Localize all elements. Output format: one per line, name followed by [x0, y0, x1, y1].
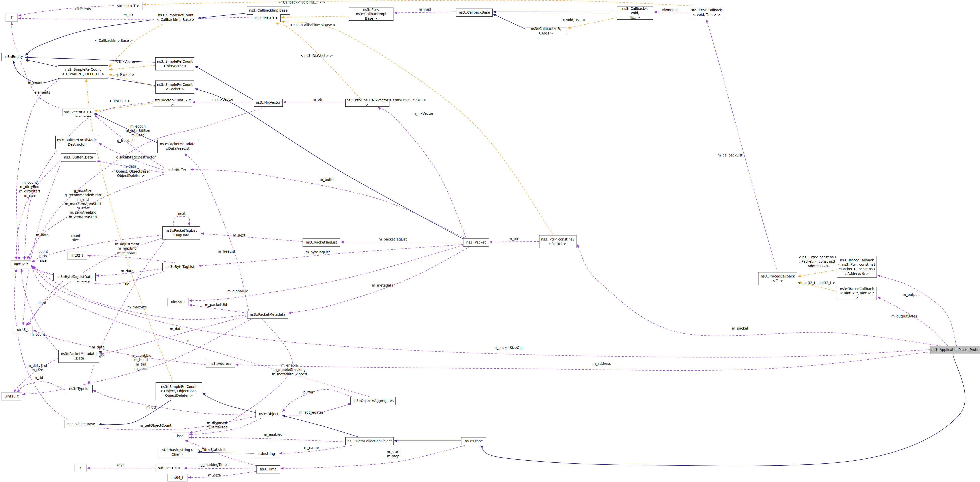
- class-node-empty[interactable]: ns3::Empty: [1, 53, 25, 61]
- class-node-ptl_td[interactable]: ns3::PacketTagList ::TagData: [162, 227, 200, 239]
- edge-pkt-to-src_pkt: [195, 89, 463, 239]
- edge-pkt-to-pm: [288, 247, 470, 313]
- edge-label-pkt-pm: m_metadata: [372, 283, 393, 287]
- class-node-btl[interactable]: ns3::ByteTagList: [162, 263, 198, 271]
- class-node-nix[interactable]: ns3::NixVector: [254, 98, 283, 107]
- class-node-ptr_t[interactable]: ns3::Ptr< T >: [253, 14, 281, 22]
- edge-pkt-to-ptr_nix: [378, 107, 466, 238]
- class-node-list_t[interactable]: std::list< T >: [114, 2, 143, 10]
- class-node-vec_u32[interactable]: std::vector< uint32_t >: [153, 98, 192, 107]
- class-node-pm[interactable]: ns3::PacketMetadata: [247, 311, 288, 319]
- class-node-src_nix[interactable]: ns3::SimpleRefCount < NixVector >: [155, 57, 194, 70]
- class-node-time[interactable]: ns3::Time: [256, 465, 280, 473]
- class-node-addr[interactable]: ns3::Address: [206, 360, 235, 368]
- class-node-pkt[interactable]: ns3::Packet: [463, 238, 489, 247]
- edge-src_tpd-to-u32: [16, 78, 60, 260]
- class-node-app[interactable]: ns3::ApplicationPacketProbe: [930, 346, 980, 354]
- edge-label-obj-typeid: m_tid: [146, 405, 156, 409]
- edge-ptr_cpkt-to-pkt: [489, 241, 539, 242]
- class-node-booln[interactable]: bool: [173, 432, 189, 440]
- edge-label-agg-u32: n: [187, 339, 189, 343]
- class-node-cib[interactable]: ns3::CallbackImplBase: [247, 6, 290, 14]
- class-node-sstr[interactable]: std::string: [254, 450, 279, 458]
- edge-dco-to-booln: [189, 438, 345, 442]
- edge-cb_void-to-cb_base: [493, 12, 617, 12]
- class-node-t[interactable]: T: [6, 14, 18, 22]
- edge-label-ptl_td-typeid: tid: [125, 282, 129, 286]
- edge-app-to-ptr_cpkt: [577, 244, 942, 346]
- edge-ptr_nix-to-ptr_t: [276, 23, 361, 98]
- class-node-i32[interactable]: int32_t: [67, 252, 87, 260]
- class-node-u64[interactable]: uint64_t: [167, 298, 189, 306]
- edge-label-pm_data-u16: m_dirtyEnd m_size: [28, 363, 47, 372]
- edge-label-btld-u32: count dirty size: [38, 250, 48, 263]
- edge-label-vec_u32-vec_t: < uint32_t >: [109, 99, 130, 103]
- class-node-probe[interactable]: ns3::Probe: [461, 437, 486, 445]
- edge-label-ptr_cpkt-pkt: m_ptr: [509, 237, 518, 241]
- class-node-k[interactable]: K: [75, 464, 87, 472]
- edge-pm-to-pm_data: [100, 316, 247, 354]
- edge-label-pm-pm_dfl: m_freeList: [218, 249, 235, 254]
- class-node-i64[interactable]: int64_t: [167, 474, 188, 482]
- edge-label-buffer-vec_t: g_freeList: [117, 139, 134, 143]
- class-node-u32[interactable]: uint32_t: [11, 260, 31, 268]
- edge-label-time-set_k: g_markingTimes: [200, 463, 228, 467]
- class-node-typeid[interactable]: ns3::TypeId: [65, 385, 93, 393]
- edge-label-src_pkt-src_tpd: < Packet >: [116, 73, 135, 77]
- edge-label-tc_uu-tc_ts: < uint32_t, uint32_t >: [797, 281, 835, 285]
- edge-label-pm-u16: m_chunkUid m_head m_tail m_used: [130, 354, 151, 371]
- class-node-cb_ruargs[interactable]: ns3::Callback< R, UArgs >: [526, 27, 566, 35]
- edge-btl-to-i32: [88, 255, 176, 263]
- class-node-buf_lsd[interactable]: ns3::Buffer::LocalStatic Destructor: [56, 136, 98, 149]
- class-node-cb_void[interactable]: ns3::Callback< void, Ts... >: [617, 6, 653, 20]
- class-node-obj[interactable]: ns3::Object: [256, 410, 282, 418]
- class-node-ptr_cib[interactable]: ns3::Ptr< ns3::CallbackImpl Base >: [348, 8, 393, 21]
- class-node-src_cib[interactable]: ns3::SimpleRefCount < CallbackImplBase >: [154, 11, 197, 24]
- edge-label-btld-u8: data: [38, 301, 46, 305]
- edge-label-btl-btld: m_data: [121, 269, 134, 273]
- class-node-u16[interactable]: uint16_t: [1, 392, 22, 401]
- class-node-buf_data[interactable]: ns3::Buffer::Data: [61, 154, 96, 162]
- class-node-list_cb[interactable]: std::list< Callback < void, Ts... > >: [689, 6, 724, 19]
- class-node-tc_ts[interactable]: ns3::TracedCallback < Ts >: [758, 272, 797, 285]
- class-node-pm_data[interactable]: ns3::PacketMetadata ::Data: [59, 350, 99, 363]
- class-node-buffer[interactable]: ns3::Buffer: [164, 166, 190, 174]
- edge-label-pkt-btl: m_byteTagList: [305, 250, 330, 254]
- class-node-vec_t[interactable]: std::vector< T >: [62, 108, 94, 116]
- edge-sstr-to-bstr: [197, 452, 254, 453]
- edge-label-app-u32: m_packetSizeOld: [493, 346, 523, 350]
- class-node-tc_uu[interactable]: ns3::TracedCallback < uint32_t, uint32_t…: [837, 287, 877, 300]
- class-node-ptr_cpkt[interactable]: ns3::Ptr< const ns3 ::Packet >: [539, 235, 576, 248]
- class-node-u8[interactable]: uint8_t: [13, 326, 33, 334]
- class-node-src_tpd[interactable]: ns3::SimpleRefCount < T, PARENT, DELETER…: [58, 65, 108, 78]
- edge-app-to-addr: [235, 352, 932, 371]
- class-node-tc_pa[interactable]: ns3::TracedCallback < ns3::Ptr< const ns…: [837, 256, 877, 278]
- class-node-agg[interactable]: ns3::Object::Aggregates: [350, 397, 396, 405]
- class-node-set_k[interactable]: std::set< K >: [156, 464, 183, 472]
- class-node-src_obj[interactable]: ns3::SimpleRefCount < Object, ObjectBase…: [156, 382, 202, 400]
- edge-time-to-set_k: [184, 468, 256, 469]
- class-node-cb_base[interactable]: ns3::CallbackBase: [456, 9, 493, 17]
- class-node-pm_dfl[interactable]: ns3::PacketMetadata ::DataFreeList: [158, 140, 198, 153]
- class-node-ptr_nix[interactable]: ns3::Ptr< ns3::NixVector >: [345, 98, 390, 107]
- class-node-dco[interactable]: ns3::DataCollectionObject: [345, 437, 394, 445]
- edge-label-src_cib-src_tpd: < CallbackImplBase >: [95, 38, 133, 43]
- edge-ptr_cpkt-to-ptr_t: [281, 21, 553, 235]
- edge-label-buffer-buf_lsd: g_localStaticDestructor: [116, 155, 156, 160]
- edge-label-src_tpd-u32: m_count: [28, 81, 43, 85]
- class-node-ptl[interactable]: ns3::PacketTagList: [302, 238, 340, 247]
- edge-label-list_cb-cb_void: elements: [662, 8, 678, 12]
- edge-cib-to-src_cib: [198, 13, 247, 18]
- edge-label-app-addr: m_address: [593, 362, 611, 366]
- class-node-btld[interactable]: ns3::ByteTagListData: [53, 273, 95, 281]
- edge-label-ptr_cib-ptr_t: < ns3::CallbackImplBase >: [290, 23, 336, 27]
- class-node-bstr[interactable]: std::basic_string< Char >: [158, 446, 197, 459]
- class-node-src_pkt[interactable]: ns3::SimpleRefCount < Packet >: [155, 81, 194, 94]
- edge-src_cib-to-empty: [25, 20, 154, 55]
- edge-app-to-tc_uu: [878, 297, 948, 346]
- class-node-objbase[interactable]: ns3::ObjectBase: [64, 420, 98, 428]
- edge-label-pkt-ptr_nix: m_nixVector: [412, 111, 433, 116]
- edge-vec_u32-to-vec_t: [95, 103, 153, 111]
- edge-label-pm-pm_data: m_data: [170, 327, 183, 331]
- edge-label-time-booln: g_TimeStaticInit: [198, 447, 226, 452]
